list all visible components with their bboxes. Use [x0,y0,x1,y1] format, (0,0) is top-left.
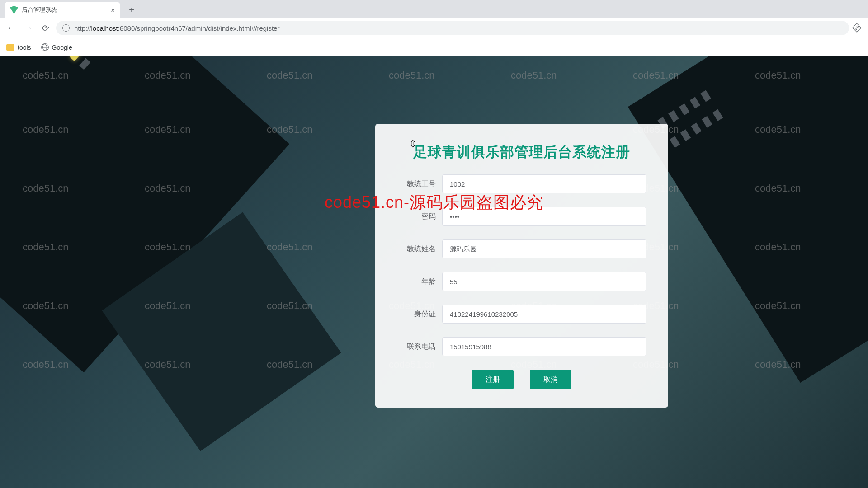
page-viewport: code51.cn code51.cn code51.cn code51.cn … [0,56,868,488]
age-input[interactable] [442,272,646,291]
watermark: code51.cn [267,241,313,253]
watermark: code51.cn [389,70,435,81]
id-card-input[interactable] [442,305,646,324]
field-coach-name: 教练姓名 [397,239,646,258]
bookmark-google[interactable]: Google [41,43,72,51]
tab-close-icon[interactable]: × [111,6,115,14]
tab-bar: 后台管理系统 × + [0,0,868,18]
url-scheme: http:// [74,24,91,32]
back-button[interactable]: ← [5,21,18,35]
folder-icon [6,44,14,51]
cancel-button[interactable]: 取消 [530,370,571,389]
coach-id-input[interactable] [442,174,646,193]
vue-favicon [10,6,18,14]
browser-chrome: 后台管理系统 × + ← → ⟳ i http://localhost:8080… [0,0,868,56]
register-form-panel: 足球青训俱乐部管理后台系统注册 教练工号 密码 教练姓名 年龄 身份证 联系电话… [375,124,668,408]
coach-name-label: 教练姓名 [397,244,442,254]
form-title: 足球青训俱乐部管理后台系统注册 [397,143,646,162]
field-age: 年龄 [397,272,646,291]
field-id-card: 身份证 [397,305,646,324]
field-coach-id: 教练工号 [397,174,646,193]
age-label: 年龄 [397,277,442,286]
bookmarks-bar: tools Google [0,38,868,56]
form-buttons: 注册 取消 [397,370,646,389]
field-password: 密码 [397,207,646,226]
coach-id-label: 教练工号 [397,179,442,189]
field-phone: 联系电话 [397,337,646,356]
url-host: localhost [91,24,118,32]
address-bar[interactable]: i http://localhost:8080/springbootr4n67/… [56,21,849,35]
new-tab-button[interactable]: + [125,3,138,17]
id-card-label: 身份证 [397,310,442,319]
browser-toolbar: ← → ⟳ i http://localhost:8080/springboot… [0,18,868,38]
bookmark-tools[interactable]: tools [6,44,31,51]
browser-tab[interactable]: 后台管理系统 × [5,2,120,18]
register-button[interactable]: 注册 [472,370,514,389]
phone-label: 联系电话 [397,342,442,352]
bookmark-label: Google [52,44,72,51]
reload-button[interactable]: ⟳ [39,21,52,35]
password-label: 密码 [397,212,442,221]
watermark: code51.cn [267,70,313,81]
url-path: :8080/springbootr4n67/admin/dist/index.h… [118,24,280,32]
tab-title: 后台管理系统 [22,6,111,14]
password-key-icon[interactable]: ⚿ [850,22,863,34]
phone-input[interactable] [442,337,646,356]
watermark: code51.cn [511,70,557,81]
forward-button: → [22,21,35,35]
bookmark-label: tools [18,44,31,51]
watermark: code51.cn [23,359,69,371]
coach-name-input[interactable] [442,239,646,258]
password-input[interactable] [442,207,646,226]
site-info-icon[interactable]: i [62,24,70,32]
globe-icon [41,43,49,51]
